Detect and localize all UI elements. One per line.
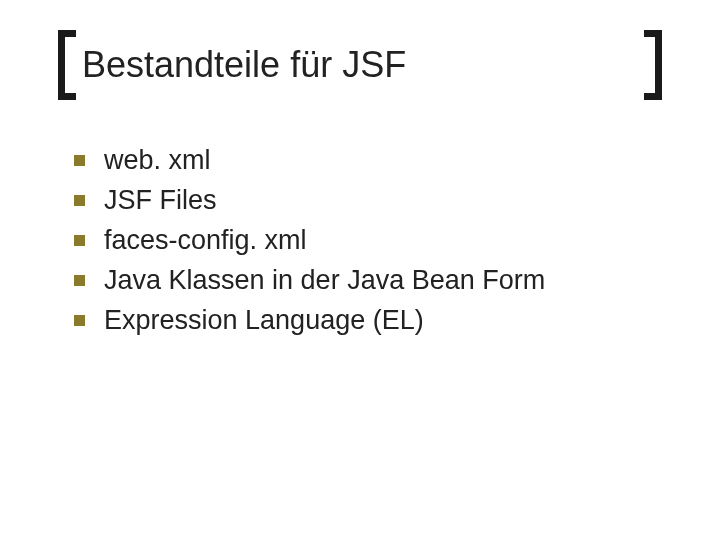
list-item: Java Klassen in der Java Bean Form [70,260,660,300]
slide-title: Bestandteile für JSF [82,45,638,85]
list-item: faces-config. xml [70,220,660,260]
square-bullet-icon [74,155,85,166]
list-item-label: Java Klassen in der Java Bean Form [104,265,545,295]
list-item: Expression Language (EL) [70,300,660,340]
list-item: JSF Files [70,180,660,220]
list-item-label: JSF Files [104,185,217,215]
square-bullet-icon [74,315,85,326]
bullet-list: web. xml JSF Files faces-config. xml Jav… [70,140,660,340]
slide: Bestandteile für JSF web. xml JSF Files … [0,0,720,540]
right-bracket-icon [644,30,662,100]
title-bar: Bestandteile für JSF [58,30,662,100]
list-item-label: web. xml [104,145,211,175]
square-bullet-icon [74,235,85,246]
list-item-label: Expression Language (EL) [104,305,424,335]
list-item: web. xml [70,140,660,180]
slide-body: web. xml JSF Files faces-config. xml Jav… [70,140,660,340]
left-bracket-icon [58,30,76,100]
square-bullet-icon [74,195,85,206]
list-item-label: faces-config. xml [104,225,307,255]
square-bullet-icon [74,275,85,286]
